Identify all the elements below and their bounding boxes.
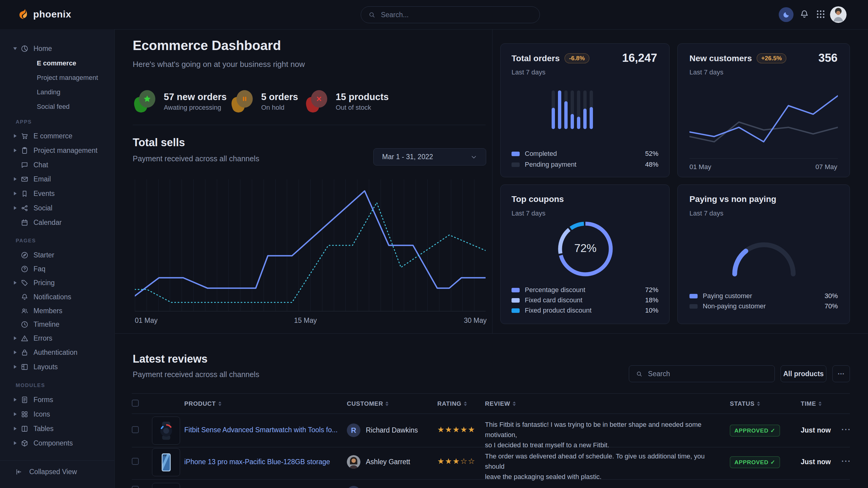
reviews-search-input[interactable] — [648, 369, 768, 378]
total-orders-period: Last 7 days — [512, 68, 546, 76]
collapse-sidebar-button[interactable]: Collapsed View — [15, 468, 77, 476]
table-columns-icon — [21, 425, 29, 433]
pause-icon — [241, 95, 248, 102]
user-avatar[interactable] — [830, 6, 846, 23]
date-range-select[interactable]: Mar 1 - 31, 2022 — [373, 148, 486, 165]
select-all-checkbox[interactable] — [132, 400, 139, 406]
sidebar-section-pages: PAGES — [16, 238, 36, 244]
product-link[interactable]: iPhone 13 pro max-Pacific Blue-128GB sto… — [184, 458, 330, 466]
sidebar-item-pricing[interactable]: Pricing — [0, 276, 115, 289]
notifications-bell-icon[interactable] — [799, 9, 809, 19]
review-text: The order was delivered ahead of schedul… — [485, 451, 711, 482]
column-header-status[interactable]: STATUS — [730, 400, 760, 407]
rating-stars: ★★★★★ — [437, 425, 476, 434]
cube-icon — [21, 439, 29, 447]
main-horizontal-divider — [115, 333, 868, 334]
product-thumbnail-partial[interactable] — [152, 483, 180, 488]
global-search-input[interactable] — [380, 10, 532, 19]
moon-icon — [782, 10, 790, 19]
new-customers-axis-line — [689, 158, 838, 159]
lock-icon — [21, 349, 29, 357]
file-text-icon — [21, 396, 29, 404]
sidebar-item-faq[interactable]: Faq — [0, 263, 115, 275]
sidebar-item-ecommerce-dashboard[interactable]: E commerce — [37, 57, 76, 69]
sidebar-item-starter[interactable]: Starter — [0, 249, 115, 261]
customer-name: Richard Dawkins — [366, 426, 418, 434]
row-menu-button[interactable]: ··· — [841, 457, 851, 466]
sidebar-item-calendar[interactable]: Calendar — [0, 216, 115, 229]
sidebar-item-timeline[interactable]: Timeline — [0, 318, 115, 331]
sidebar-item-events[interactable]: Events — [0, 187, 115, 200]
iphone-image — [155, 452, 177, 473]
column-header-customer[interactable]: CUSTOMER — [347, 400, 389, 407]
chat-bubble-icon — [21, 161, 29, 169]
column-header-review[interactable]: REVIEW — [485, 400, 516, 407]
paying-title: Paying vs non paying — [689, 194, 776, 204]
sidebar-item-email[interactable]: Email — [0, 173, 115, 185]
global-search[interactable] — [361, 6, 540, 23]
product-thumbnail-iphone[interactable] — [152, 448, 180, 476]
brand-name: phoenix — [33, 9, 71, 20]
new-customers-period: Last 7 days — [689, 68, 723, 76]
sidebar-item-landing[interactable]: Landing — [37, 86, 60, 98]
column-header-time[interactable]: TIME — [801, 400, 822, 407]
row-checkbox[interactable] — [132, 426, 139, 433]
sidebar-item-errors[interactable]: Errors — [0, 332, 115, 345]
apps-grid-icon[interactable] — [815, 9, 826, 19]
stat-new-orders: 57 new ordersAwating processing — [134, 90, 226, 113]
sidebar-item-apps-project-management[interactable]: Project management — [0, 144, 115, 157]
legend-pending-payment: Pending payment 48% — [512, 161, 658, 168]
sidebar-item-members[interactable]: Members — [0, 304, 115, 317]
customer-photo — [347, 455, 361, 469]
envelope-icon — [21, 175, 29, 183]
share-icon — [21, 204, 29, 212]
row-checkbox[interactable] — [132, 486, 139, 488]
row-menu-button[interactable]: ··· — [841, 425, 851, 434]
product-thumbnail-smartwatch[interactable] — [152, 417, 180, 445]
status-badge-approved: APPROVED ✓ — [730, 425, 780, 436]
review-time: Just now — [801, 426, 831, 434]
new-customers-card: New customers +26.5% 356 Last 7 days 01 … — [677, 43, 850, 177]
row-checkbox[interactable] — [132, 458, 139, 465]
sidebar-item-apps-ecommerce[interactable]: E commerce — [0, 130, 115, 142]
top-coupons-center-label: 72% — [567, 242, 603, 255]
sidebar-item-forms[interactable]: Forms — [0, 393, 115, 406]
sidebar-item-notifications[interactable]: Notifications — [0, 291, 115, 303]
reviews-more-button[interactable]: ··· — [832, 365, 850, 382]
latest-reviews-title: Latest reviews — [133, 353, 208, 365]
sidebar-item-social[interactable]: Social — [0, 202, 115, 214]
review-time: Just now — [801, 458, 831, 466]
stat-out-of-stock: 15 productsOut of stock — [306, 90, 389, 113]
stat-orders-on-hold: 5 ordersOn hold — [231, 90, 298, 113]
new-customers-title: New customers — [689, 54, 752, 63]
paying-vs-non-paying-card: Paying vs non paying Last 7 days Paying … — [677, 185, 850, 324]
sidebar-item-project-management-dashboard[interactable]: Project management — [37, 72, 98, 84]
new-customers-trend-badge: +26.5% — [757, 53, 786, 63]
column-header-rating[interactable]: RATING — [437, 400, 467, 407]
sidebar-item-home[interactable]: Home — [0, 42, 115, 55]
legend-fixed-product-discount: Fixed product discount 10% — [512, 306, 658, 314]
sidebar-item-tables[interactable]: Tables — [0, 422, 115, 435]
sidebar-item-components[interactable]: Components — [0, 437, 115, 449]
layout-icon — [21, 363, 29, 371]
sidebar-item-layouts[interactable]: Layouts — [0, 360, 115, 373]
sidebar-item-chat[interactable]: Chat — [0, 159, 115, 171]
sidebar-item-authentication[interactable]: Authentication — [0, 346, 115, 359]
sidebar-nav: Home E commerce Project management Landi… — [0, 29, 115, 488]
sidebar-item-social-feed[interactable]: Social feed — [37, 101, 70, 113]
all-products-button[interactable]: All products — [780, 365, 826, 382]
theme-toggle-button[interactable] — [779, 7, 794, 22]
reviews-search[interactable] — [629, 365, 775, 382]
sidebar-item-icons[interactable]: Icons — [0, 408, 115, 421]
new-customers-x-end: 07 May — [815, 163, 837, 171]
product-link[interactable]: Fitbit Sense Advanced Smartwatch with To… — [184, 426, 338, 434]
sort-icon — [757, 401, 760, 406]
column-header-product[interactable]: PRODUCT — [184, 400, 221, 407]
axis-label-01-may: 01 May — [135, 317, 157, 325]
sidebar-section-apps: APPS — [16, 119, 32, 125]
paying-period: Last 7 days — [689, 209, 723, 217]
clock-icon — [21, 320, 29, 329]
new-customers-value: 356 — [818, 52, 838, 65]
table-top-border — [132, 393, 850, 394]
brand-logo[interactable]: phoenix — [16, 8, 71, 21]
